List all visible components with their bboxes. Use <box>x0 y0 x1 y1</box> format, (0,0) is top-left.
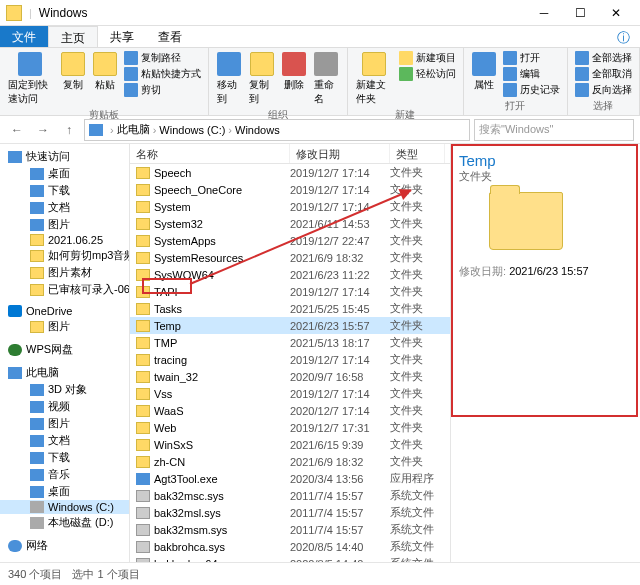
nav-forward-button[interactable]: → <box>32 119 54 141</box>
moveto-button[interactable]: 移动到 <box>213 50 246 108</box>
breadcrumb-drive[interactable]: Windows (C:) <box>159 124 225 136</box>
file-row[interactable]: Web 2019/12/7 17:31 文件夹 <box>130 419 450 436</box>
nav-folder-4[interactable]: 已审核可录入-0623 <box>0 281 129 298</box>
selectall-button[interactable]: 全部选择 <box>572 50 635 66</box>
file-row[interactable]: WaaS 2020/12/7 17:14 文件夹 <box>130 402 450 419</box>
nav-up-button[interactable]: ↑ <box>58 119 80 141</box>
nav-dl[interactable]: 下载 <box>0 449 129 466</box>
nav-onedrive-pics[interactable]: 图片 <box>0 318 129 335</box>
file-type: 系统文件 <box>390 539 445 554</box>
file-row[interactable]: bak32msm.sys 2011/7/4 15:57 系统文件 <box>130 521 450 538</box>
cut-button[interactable]: 剪切 <box>121 82 204 98</box>
file-row[interactable]: SystemResources 2021/6/9 18:32 文件夹 <box>130 249 450 266</box>
col-date[interactable]: 修改日期 <box>290 144 390 163</box>
search-input[interactable]: 搜索"Windows" <box>474 119 634 141</box>
file-date: 2019/12/7 17:14 <box>290 286 390 298</box>
nav-quickaccess[interactable]: 快速访问 <box>0 148 129 165</box>
col-name[interactable]: 名称 <box>130 144 290 163</box>
minimize-button[interactable]: ─ <box>526 0 562 26</box>
nav-3dobjects[interactable]: 3D 对象 <box>0 381 129 398</box>
file-type: 系统文件 <box>390 522 445 537</box>
maximize-button[interactable]: ☐ <box>562 0 598 26</box>
copy-button[interactable]: 复制 <box>57 50 89 108</box>
file-row[interactable]: Vss 2019/12/7 17:14 文件夹 <box>130 385 450 402</box>
copyto-button[interactable]: 复制到 <box>245 50 278 108</box>
file-row[interactable]: Agt3Tool.exe 2020/3/4 13:56 应用程序 <box>130 470 450 487</box>
nav-pictures[interactable]: 图片 <box>0 216 129 233</box>
file-row[interactable]: Speech 2019/12/7 17:14 文件夹 <box>130 164 450 181</box>
newitem-button[interactable]: 新建项目 <box>396 50 459 66</box>
nav-folder-3[interactable]: 图片素材 <box>0 264 129 281</box>
copypath-button[interactable]: 复制路径 <box>121 50 204 66</box>
menubar: 文件 主页 共享 查看 ⓘ <box>0 26 640 48</box>
breadcrumb[interactable]: › 此电脑 › Windows (C:) › Windows <box>84 119 470 141</box>
history-button[interactable]: 历史记录 <box>500 82 563 98</box>
file-date: 2020/8/5 14:40 <box>290 541 390 553</box>
tab-share[interactable]: 共享 <box>98 26 146 47</box>
file-row[interactable]: TAPI 2019/12/7 17:14 文件夹 <box>130 283 450 300</box>
tab-home[interactable]: 主页 <box>48 26 98 47</box>
properties-button[interactable]: 属性 <box>468 50 500 98</box>
file-row[interactable]: System 2019/12/7 17:14 文件夹 <box>130 198 450 215</box>
file-row[interactable]: bak32msc.sys 2011/7/4 15:57 系统文件 <box>130 487 450 504</box>
nav-desk2[interactable]: 桌面 <box>0 483 129 500</box>
nav-cdrive[interactable]: Windows (C:) <box>0 500 129 514</box>
nav-videos[interactable]: 视频 <box>0 398 129 415</box>
file-name: bak32msl.sys <box>154 507 290 519</box>
tab-view[interactable]: 查看 <box>146 26 194 47</box>
file-row[interactable]: twain_32 2020/9/7 16:58 文件夹 <box>130 368 450 385</box>
file-icon <box>136 524 150 536</box>
file-row[interactable]: bakbrohca.sys 2020/8/5 14:40 系统文件 <box>130 538 450 555</box>
nav-onedrive[interactable]: OneDrive <box>0 304 129 318</box>
file-row[interactable]: WinSxS 2021/6/15 9:39 文件夹 <box>130 436 450 453</box>
pin-quickaccess-button[interactable]: 固定到快速访问 <box>4 50 57 108</box>
open-button[interactable]: 打开 <box>500 50 563 66</box>
nav-folder-1[interactable]: 2021.06.25 <box>0 233 129 247</box>
file-row[interactable]: SysWOW64 2021/6/23 11:22 文件夹 <box>130 266 450 283</box>
file-row[interactable]: tracing 2019/12/7 17:14 文件夹 <box>130 351 450 368</box>
nav-music[interactable]: 音乐 <box>0 466 129 483</box>
newfolder-button[interactable]: 新建文件夹 <box>352 50 396 108</box>
nav-ddrive[interactable]: 本地磁盘 (D:) <box>0 514 129 531</box>
file-name: zh-CN <box>154 456 290 468</box>
file-row[interactable]: Speech_OneCore 2019/12/7 17:14 文件夹 <box>130 181 450 198</box>
nav-documents[interactable]: 文档 <box>0 199 129 216</box>
file-name: SysWOW64 <box>154 269 290 281</box>
nav-folder-2[interactable]: 如何剪切mp3音频 <box>0 247 129 264</box>
nav-back-button[interactable]: ← <box>6 119 28 141</box>
rename-button[interactable]: 重命名 <box>310 50 343 108</box>
edit-button[interactable]: 编辑 <box>500 66 563 82</box>
nav-docs[interactable]: 文档 <box>0 432 129 449</box>
file-row[interactable]: Tasks 2021/5/25 15:45 文件夹 <box>130 300 450 317</box>
file-name: Agt3Tool.exe <box>154 473 290 485</box>
selectnone-button[interactable]: 全部取消 <box>572 66 635 82</box>
file-row[interactable]: zh-CN 2021/6/9 18:32 文件夹 <box>130 453 450 470</box>
tab-file[interactable]: 文件 <box>0 26 48 47</box>
file-row[interactable]: bak32msl.sys 2011/7/4 15:57 系统文件 <box>130 504 450 521</box>
col-type[interactable]: 类型 <box>390 144 445 163</box>
ribbon-help-button[interactable]: ⓘ <box>607 26 640 47</box>
column-header[interactable]: 名称 修改日期 类型 <box>130 144 450 164</box>
file-row[interactable]: Temp 2021/6/23 15:57 文件夹 <box>130 317 450 334</box>
file-list[interactable]: Speech 2019/12/7 17:14 文件夹 Speech_OneCor… <box>130 164 450 562</box>
invertsel-button[interactable]: 反向选择 <box>572 82 635 98</box>
nav-desktop[interactable]: 桌面 <box>0 165 129 182</box>
file-row[interactable]: TMP 2021/5/13 18:17 文件夹 <box>130 334 450 351</box>
addressbar: ← → ↑ › 此电脑 › Windows (C:) › Windows 搜索"… <box>0 116 640 144</box>
pasteshortcut-button[interactable]: 粘贴快捷方式 <box>121 66 204 82</box>
paste-button[interactable]: 粘贴 <box>89 50 121 108</box>
nav-pics[interactable]: 图片 <box>0 415 129 432</box>
nav-network[interactable]: 网络 <box>0 537 129 554</box>
file-type: 系统文件 <box>390 505 445 520</box>
nav-wps[interactable]: WPS网盘 <box>0 341 129 358</box>
file-row[interactable]: SystemApps 2019/12/7 22:47 文件夹 <box>130 232 450 249</box>
file-row[interactable]: bakbrohca64.sys 2020/8/5 14:40 系统文件 <box>130 555 450 562</box>
close-button[interactable]: ✕ <box>598 0 634 26</box>
breadcrumb-folder[interactable]: Windows <box>235 124 280 136</box>
nav-downloads[interactable]: 下载 <box>0 182 129 199</box>
delete-button[interactable]: 删除 <box>278 50 310 108</box>
file-row[interactable]: System32 2021/6/11 14:53 文件夹 <box>130 215 450 232</box>
breadcrumb-pc[interactable]: 此电脑 <box>117 122 150 137</box>
easyaccess-button[interactable]: 轻松访问 <box>396 66 459 82</box>
nav-thispc[interactable]: 此电脑 <box>0 364 129 381</box>
